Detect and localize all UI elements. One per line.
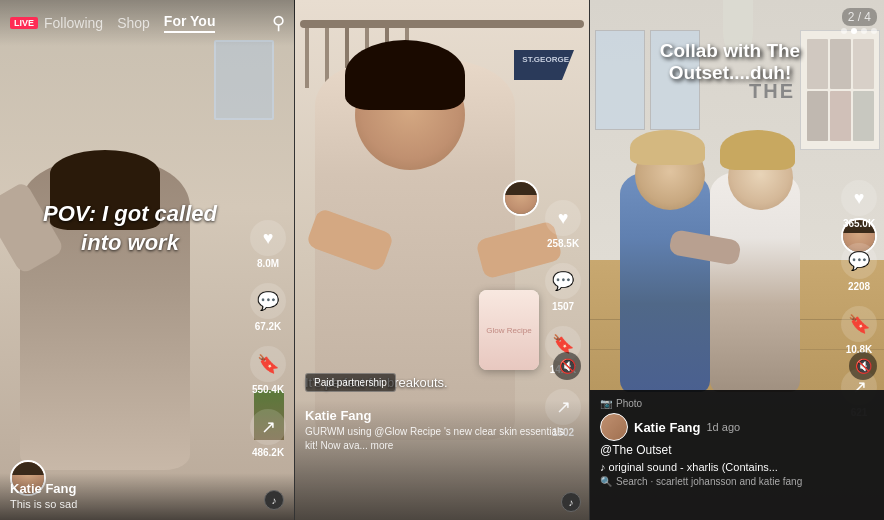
bookmark-icon-v3[interactable]: 🔖	[841, 306, 877, 342]
caption-v2: GURWM using @Glow Recipe 's new clear sk…	[305, 425, 579, 453]
top-navigation: LIVE Following Shop For You ⚲	[0, 0, 295, 46]
v3-tag[interactable]: @The Outset	[600, 443, 875, 457]
bookmark-count: 550.4K	[252, 384, 284, 395]
v3-username[interactable]: Katie Fang	[634, 420, 700, 435]
video-1[interactable]: POV: I got called into work ♥ 8.0M 💬 67.…	[0, 0, 295, 520]
heart-icon[interactable]: ♥	[250, 220, 286, 256]
live-badge[interactable]: LIVE	[10, 17, 38, 29]
music-disc-v1: ♪	[264, 490, 284, 510]
caption-v1: This is so sad	[10, 498, 284, 510]
v3-bottom-panel: 📷 Photo Katie Fang 1d ago @The Outset ♪ …	[590, 390, 884, 520]
comment-icon[interactable]: 💬	[250, 283, 286, 319]
like-button-v2[interactable]: ♥ 258.5K	[545, 200, 581, 249]
bookmark-button[interactable]: 🔖 550.4K	[250, 346, 286, 395]
share-button[interactable]: ↗ 486.2K	[250, 409, 286, 458]
video-feed: POV: I got called into work ♥ 8.0M 💬 67.…	[0, 0, 884, 520]
comment-button-v2[interactable]: 💬 1507	[545, 263, 581, 312]
music-icon: ♪	[264, 490, 284, 510]
dot-4	[871, 28, 877, 34]
pagination-dots	[841, 28, 877, 34]
bookmark-button-v3[interactable]: 🔖 10.8K	[841, 306, 877, 355]
action-buttons-v3: ♥ 365.0K 💬 2208 🔖 10.8K ↗ 621	[841, 180, 877, 418]
nav-shop[interactable]: Shop	[117, 15, 150, 31]
comment-count: 67.2K	[255, 321, 282, 332]
like-count: 8.0M	[257, 258, 279, 269]
comment-button-v3[interactable]: 💬 2208	[841, 243, 877, 292]
like-count-v2: 258.5K	[547, 238, 579, 249]
search-icon-v3: 🔍	[600, 476, 612, 487]
dot-1	[841, 28, 847, 34]
pov-text: POV: I got called into work	[30, 200, 230, 257]
user-info-v1: Katie Fang This is so sad ♪	[0, 473, 294, 520]
heart-icon-v2[interactable]: ♥	[545, 200, 581, 236]
video-3[interactable]: THE Collab with The Outset....duh! 2 / 4	[590, 0, 884, 520]
username-v2[interactable]: Katie Fang	[305, 408, 579, 423]
video-2[interactable]: ST.GEORGE It's perfect for breakouts. Gl…	[295, 0, 590, 520]
like-button-v3[interactable]: ♥ 365.0K	[841, 180, 877, 229]
collab-text: Collab with The Outset....duh!	[620, 40, 840, 84]
share-icon[interactable]: ↗	[250, 409, 286, 445]
share-count: 486.2K	[252, 447, 284, 458]
creator-avatar-v2[interactable]	[503, 180, 539, 216]
like-button[interactable]: ♥ 8.0M	[250, 220, 286, 269]
dot-2	[851, 28, 857, 34]
mute-button-v3[interactable]: 🔇	[849, 352, 877, 380]
v3-search: 🔍 Search · scarlett johansson and katie …	[600, 476, 875, 487]
v3-time: 1d ago	[706, 421, 740, 433]
nav-foryou[interactable]: For You	[164, 13, 216, 33]
username-v1[interactable]: Katie Fang	[10, 481, 284, 496]
comment-button[interactable]: 💬 67.2K	[250, 283, 286, 332]
mute-button-v2[interactable]: 🔇	[553, 352, 581, 380]
v3-sound: ♪ original sound - xharlis (Contains...	[600, 461, 875, 473]
product-image: Glow Recipe	[479, 290, 539, 370]
page-counter: 2 / 4	[842, 8, 877, 26]
dot-3	[861, 28, 867, 34]
comment-icon-v2[interactable]: 💬	[545, 263, 581, 299]
heart-icon-v3[interactable]: ♥	[841, 180, 877, 216]
v3-avatar-small	[600, 413, 628, 441]
comment-icon-v3[interactable]: 💬	[841, 243, 877, 279]
bookmark-icon[interactable]: 🔖	[250, 346, 286, 382]
v3-user-row: Katie Fang 1d ago	[600, 413, 875, 441]
nav-following[interactable]: Following	[44, 15, 103, 31]
photo-label: 📷 Photo	[600, 398, 875, 409]
like-count-v3: 365.0K	[843, 218, 875, 229]
comment-count-v2: 1507	[552, 301, 574, 312]
comment-count-v3: 2208	[848, 281, 870, 292]
action-buttons-v1: ♥ 8.0M 💬 67.2K 🔖 550.4K ↗ 486.2K	[250, 220, 286, 458]
search-icon[interactable]: ⚲	[272, 12, 285, 34]
music-disc-v2: ♪	[561, 492, 581, 512]
user-info-v2: Katie Fang GURWM using @Glow Recipe 's n…	[295, 400, 589, 520]
music-icon-v2: ♪	[561, 492, 581, 512]
paid-partnership-badge: Paid partnership	[305, 373, 396, 392]
